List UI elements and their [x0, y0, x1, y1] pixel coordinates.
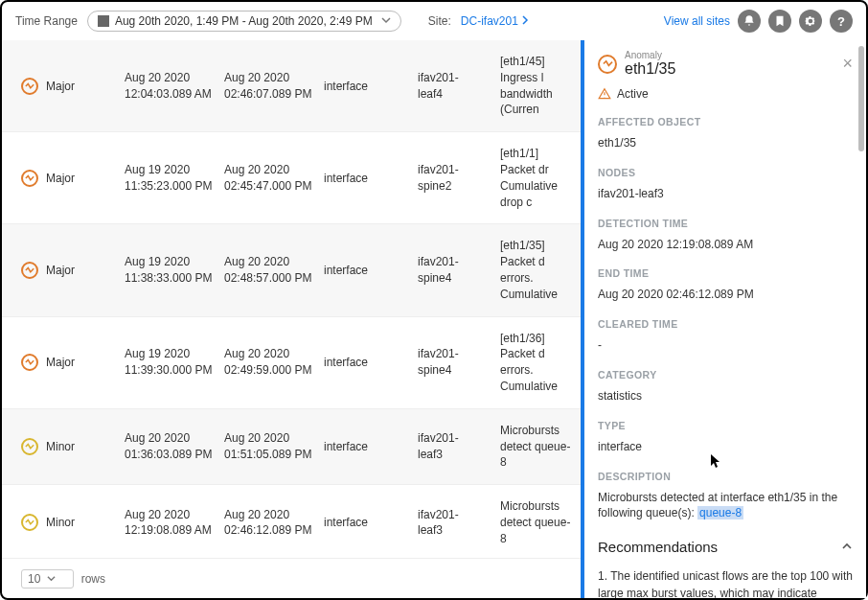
nodes-value: ifav201-leaf3 [598, 186, 853, 202]
severity-icon [21, 170, 38, 187]
description-cell: [eth1/1] Packet dr Cumulative drop c [500, 146, 577, 210]
time-range-value: Aug 20th 2020, 1:49 PM - Aug 20th 2020, … [115, 14, 373, 28]
table-row[interactable]: Minor Aug 20 2020 12:19:08.089 AM Aug 20… [2, 485, 581, 558]
bookmark-icon [773, 14, 787, 28]
cleared-time: Aug 20 2020 01:51:05.089 PM [224, 430, 316, 463]
created-time: Aug 20 2020 01:36:03.089 PM [125, 430, 217, 463]
chevron-down-icon [47, 572, 56, 586]
type-value: interface [598, 439, 853, 455]
end-time-value: Aug 20 2020 02:46:12.089 PM [598, 287, 853, 303]
category-cell: interface [324, 356, 410, 369]
node-cell: ifav201- spine4 [418, 254, 492, 287]
anomaly-icon [598, 55, 617, 74]
chevron-up-icon [841, 539, 853, 555]
description-cell: Microbursts detect queue-8 [500, 423, 577, 471]
description-value: Microbursts detected at interface eth1/3… [598, 490, 853, 522]
bookmarks-button[interactable] [768, 10, 791, 33]
help-button[interactable]: ? [830, 10, 853, 33]
site-link[interactable]: DC-ifav201 [461, 14, 529, 28]
detection-time-value: Aug 20 2020 12:19:08.089 AM [598, 237, 853, 253]
category-value: statistics [598, 388, 853, 404]
severity-icon [21, 354, 38, 371]
detail-panel: Anomaly eth1/35 × Active AFFECTED OBJECT… [581, 40, 866, 598]
table-footer: 10 rows [2, 558, 581, 598]
severity-label: Major [46, 80, 75, 93]
calendar-icon [98, 15, 109, 27]
category-label: CATEGORY [598, 369, 853, 381]
detection-time-label: DETECTION TIME [598, 218, 853, 229]
table-row[interactable]: Major Aug 19 2020 11:38:33.000 PM Aug 20… [2, 224, 581, 316]
chevron-down-icon [381, 14, 391, 28]
created-time: Aug 19 2020 11:39:30.000 PM [125, 346, 217, 379]
description-cell: Microbursts detect queue-8 [500, 498, 577, 546]
severity-label: Major [46, 264, 75, 277]
anomaly-table: Major Aug 20 2020 12:04:03.089 AM Aug 20… [2, 40, 581, 598]
severity-label: Minor [46, 440, 75, 453]
severity-label: Minor [46, 516, 75, 529]
site-label: Site: [428, 14, 451, 28]
severity-icon [21, 514, 38, 531]
end-time-label: END TIME [598, 267, 853, 279]
node-cell: ifav201- leaf3 [418, 430, 492, 463]
panel-overline: Anomaly [625, 50, 675, 60]
panel-title: eth1/35 [625, 60, 675, 78]
created-time: Aug 19 2020 11:35:23.000 PM [125, 162, 217, 195]
recommendations-toggle[interactable]: Recommendations [598, 539, 853, 555]
cleared-time: Aug 20 2020 02:49:59.000 PM [224, 346, 316, 379]
cleared-time: Aug 20 2020 02:46:12.089 PM [224, 507, 316, 540]
close-panel-button[interactable]: × [842, 54, 853, 74]
notifications-button[interactable] [738, 10, 761, 33]
created-time: Aug 19 2020 11:38:33.000 PM [125, 254, 217, 287]
top-bar: Time Range Aug 20th 2020, 1:49 PM - Aug … [2, 2, 866, 40]
close-icon: × [842, 54, 853, 73]
description-cell: [eth1/35] Packet d errors. Cumulative [500, 238, 577, 302]
node-cell: ifav201- spine2 [418, 162, 492, 195]
description-label: DESCRIPTION [598, 471, 853, 482]
node-cell: ifav201- leaf4 [418, 70, 492, 103]
warning-triangle-icon [598, 87, 611, 101]
affected-object-label: AFFECTED OBJECT [598, 116, 853, 127]
chevron-right-icon [521, 14, 529, 28]
severity-icon [21, 438, 38, 455]
panel-status: Active [617, 87, 649, 101]
table-row[interactable]: Major Aug 19 2020 11:35:23.000 PM Aug 20… [2, 132, 581, 224]
queue-highlight: queue-8 [697, 506, 743, 519]
severity-icon [21, 262, 38, 279]
gear-icon [804, 14, 817, 28]
cleared-time-value: - [598, 337, 853, 354]
description-cell: [eth1/45] Ingress l bandwidth (Curren [500, 54, 577, 118]
cleared-time: Aug 20 2020 02:48:57.000 PM [224, 254, 316, 287]
severity-icon [21, 78, 38, 95]
rows-label: rows [81, 572, 105, 586]
category-cell: interface [324, 80, 410, 93]
table-row[interactable]: Major Aug 20 2020 12:04:03.089 AM Aug 20… [2, 40, 581, 132]
node-cell: ifav201- spine4 [418, 346, 492, 379]
severity-label: Major [46, 172, 75, 185]
cleared-time-label: CLEARED TIME [598, 318, 853, 330]
category-cell: interface [324, 264, 410, 277]
table-row[interactable]: Major Aug 19 2020 11:39:30.000 PM Aug 20… [2, 317, 581, 409]
time-range-picker[interactable]: Aug 20th 2020, 1:49 PM - Aug 20th 2020, … [87, 11, 401, 32]
nodes-label: NODES [598, 167, 853, 178]
type-label: TYPE [598, 420, 853, 431]
category-cell: interface [324, 172, 410, 185]
bell-icon [742, 14, 756, 28]
category-cell: interface [324, 516, 410, 529]
page-size-select[interactable]: 10 [21, 569, 74, 588]
question-icon: ? [837, 14, 845, 29]
severity-label: Major [46, 356, 75, 369]
affected-object-value: eth1/35 [598, 135, 853, 151]
cleared-time: Aug 20 2020 02:46:07.089 PM [224, 70, 316, 103]
time-range-label: Time Range [15, 14, 78, 28]
created-time: Aug 20 2020 12:04:03.089 AM [125, 70, 217, 103]
category-cell: interface [324, 440, 410, 453]
recommendation-item: 1. The identified unicast flows are the … [598, 568, 853, 598]
scrollbar[interactable] [858, 46, 864, 151]
settings-button[interactable] [799, 10, 822, 33]
cleared-time: Aug 20 2020 02:45:47.000 PM [224, 162, 316, 195]
description-cell: [eth1/36] Packet d errors. Cumulative [500, 331, 577, 395]
created-time: Aug 20 2020 12:19:08.089 AM [125, 507, 217, 540]
view-all-sites-link[interactable]: View all sites [664, 14, 730, 28]
table-row[interactable]: Minor Aug 20 2020 01:36:03.089 PM Aug 20… [2, 409, 581, 485]
node-cell: ifav201- leaf3 [418, 507, 492, 540]
